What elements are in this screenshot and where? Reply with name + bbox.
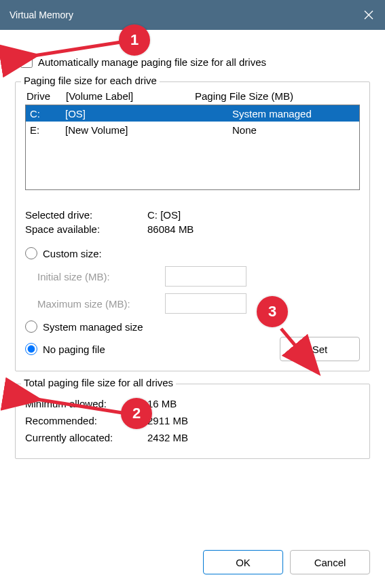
size-options: Custom size: Initial size (MB): Maximum …: [25, 247, 360, 361]
dialog-footer: OK Cancel: [0, 550, 385, 588]
space-available-label: Space available:: [25, 223, 147, 235]
currently-allocated-label: Currently allocated:: [25, 432, 147, 443]
drive-row[interactable]: C: [OS] System managed: [26, 105, 359, 122]
min-allowed-label: Minimum allowed:: [25, 398, 147, 409]
paging-per-drive-group: Paging file size for each drive Drive [V…: [15, 81, 370, 371]
auto-manage-row: Automatically manage paging file size fo…: [20, 56, 370, 68]
drive-header-volume: [Volume Label]: [66, 90, 195, 102]
drive-cell-drive: E:: [30, 124, 65, 136]
drive-row[interactable]: E: [New Volume] None: [26, 122, 359, 138]
drive-cell-volume: [OS]: [65, 108, 232, 120]
close-icon[interactable]: [363, 10, 374, 20]
paging-per-drive-legend: Paging file size for each drive: [21, 75, 160, 86]
drive-list[interactable]: C: [OS] System managed E: [New Volume] N…: [25, 105, 360, 190]
titlebar: Virtual Memory: [0, 0, 385, 30]
auto-manage-checkbox[interactable]: [20, 56, 33, 68]
recommended-value: 2911 MB: [147, 415, 188, 426]
drive-cell-size: System managed: [232, 108, 355, 120]
drive-cell-size: None: [232, 124, 355, 136]
cancel-button[interactable]: Cancel: [290, 550, 370, 574]
maximum-size-input[interactable]: [165, 293, 246, 314]
total-paging-legend: Total paging file size for all drives: [21, 377, 176, 388]
recommended-label: Recommended:: [25, 415, 147, 426]
custom-size-radio[interactable]: [25, 247, 37, 259]
no-paging-label: No paging file: [43, 344, 105, 355]
selected-drive-value: C: [OS]: [147, 209, 181, 221]
system-managed-label: System managed size: [43, 321, 143, 333]
space-available-value: 86084 MB: [147, 223, 194, 235]
virtual-memory-dialog: Virtual Memory Automatically manage pagi…: [0, 0, 385, 588]
system-managed-radio[interactable]: [25, 320, 37, 333]
selected-drive-label: Selected drive:: [25, 209, 147, 221]
maximum-size-label: Maximum size (MB):: [37, 298, 160, 310]
no-paging-radio[interactable]: [25, 343, 37, 355]
window-title: Virtual Memory: [10, 10, 73, 20]
set-button[interactable]: Set: [280, 337, 360, 361]
drive-header-drive: Drive: [26, 90, 66, 102]
initial-size-input[interactable]: [165, 266, 246, 287]
drive-cell-drive: C:: [30, 108, 65, 120]
total-paging-group: Total paging file size for all drives Mi…: [15, 384, 370, 459]
auto-manage-label: Automatically manage paging file size fo…: [38, 56, 266, 68]
min-allowed-value: 16 MB: [147, 398, 177, 409]
dialog-client-area: Automatically manage paging file size fo…: [0, 30, 385, 550]
custom-size-label: Custom size:: [43, 248, 102, 259]
currently-allocated-value: 2432 MB: [147, 432, 188, 443]
drive-header-size: Paging File Size (MB): [195, 90, 359, 102]
selected-drive-info: Selected drive: C: [OS] Space available:…: [25, 209, 360, 235]
drive-list-header: Drive [Volume Label] Paging File Size (M…: [25, 90, 360, 102]
ok-button[interactable]: OK: [203, 550, 283, 574]
drive-cell-volume: [New Volume]: [65, 124, 232, 136]
initial-size-label: Initial size (MB):: [37, 271, 160, 282]
